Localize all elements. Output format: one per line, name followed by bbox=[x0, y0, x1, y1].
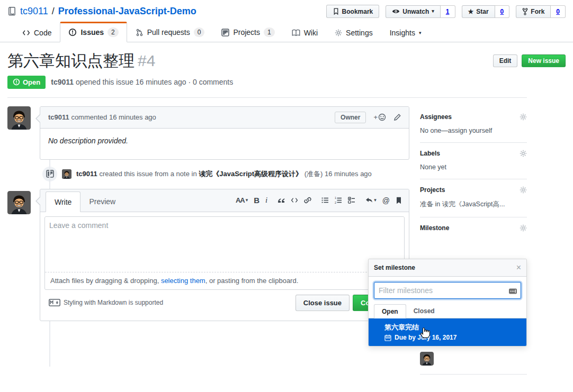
smiley-icon bbox=[378, 113, 386, 121]
star-icon: ★ bbox=[468, 8, 474, 15]
timeline-event: tc9011 created this issue from a note in… bbox=[7, 167, 409, 181]
state-label: Open bbox=[23, 78, 40, 86]
event-description: created this issue from a note in bbox=[99, 170, 196, 178]
edit-pencil-icon[interactable] bbox=[393, 114, 401, 121]
italic-icon: i bbox=[265, 196, 267, 205]
bookmark-button[interactable]: Bookmark bbox=[326, 5, 380, 18]
gear-icon[interactable] bbox=[520, 186, 527, 194]
star-button[interactable]: ★ Star bbox=[462, 5, 495, 18]
avatar[interactable] bbox=[7, 191, 31, 214]
reference-button[interactable] bbox=[396, 197, 402, 204]
issue-title-row: 第六章知识点整理#4 bbox=[7, 52, 155, 70]
tab-code[interactable]: Code bbox=[14, 23, 60, 42]
projects-counter: 1 bbox=[264, 28, 275, 37]
repo-owner-link[interactable]: tc9011 bbox=[20, 6, 48, 17]
saved-replies-button[interactable]: ▾ bbox=[365, 197, 377, 204]
unwatch-button[interactable]: Unwatch ▾ bbox=[386, 5, 441, 18]
mention-button[interactable]: @ bbox=[382, 196, 390, 205]
issue-header: 第六章知识点整理#4 Edit New issue Open tc9011 op… bbox=[0, 42, 573, 89]
milestone-name: 第六章完结 bbox=[384, 323, 521, 332]
watchers-count[interactable]: 1 bbox=[441, 5, 455, 18]
repo-icon bbox=[7, 6, 16, 16]
tab-pull-requests[interactable]: Pull requests 0 bbox=[127, 22, 213, 42]
numbered-list-button[interactable]: 1 2 bbox=[335, 197, 342, 204]
state-badge: Open bbox=[7, 76, 46, 89]
task-list-button[interactable] bbox=[348, 197, 355, 204]
italic-button[interactable]: i bbox=[265, 196, 267, 205]
svg-text:2: 2 bbox=[335, 201, 336, 204]
bookmark-filled-icon bbox=[396, 197, 402, 204]
comment-body: No description provided. bbox=[40, 129, 409, 159]
markdown-hint-text: Styling with Markdown is supported bbox=[64, 299, 163, 306]
bullet-list-button[interactable] bbox=[321, 197, 329, 204]
event-text: tc9011 created this issue from a note in… bbox=[76, 169, 372, 179]
fork-button[interactable]: Fork bbox=[516, 5, 551, 18]
projects-value[interactable]: 准备 in 读完《JavaScript高... bbox=[420, 200, 527, 209]
code-button[interactable] bbox=[291, 197, 298, 203]
popup-filter bbox=[369, 277, 526, 304]
project-icon bbox=[221, 29, 229, 37]
tab-settings[interactable]: Settings bbox=[326, 23, 381, 42]
tab-issues[interactable]: Issues 2 bbox=[60, 22, 127, 42]
forks-count[interactable]: 0 bbox=[551, 5, 566, 18]
event-project-link[interactable]: 读完《JavaScript高级程序设计》 bbox=[199, 170, 302, 178]
tab-write[interactable]: Write bbox=[46, 192, 80, 212]
quote-button[interactable] bbox=[277, 197, 285, 203]
event-author[interactable]: tc9011 bbox=[76, 170, 97, 178]
bold-button[interactable]: B bbox=[254, 196, 259, 205]
fork-label: Fork bbox=[531, 8, 544, 15]
discussion-timeline: tc9011 commented 16 minutes ago Owner + bbox=[7, 106, 409, 375]
markdown-icon bbox=[49, 299, 60, 306]
bullet-list-icon bbox=[321, 197, 329, 204]
tab-closed-milestones[interactable]: Closed bbox=[406, 304, 442, 318]
comment-author[interactable]: tc9011 bbox=[48, 113, 69, 121]
tab-label: Pull requests bbox=[147, 28, 190, 37]
tab-wiki[interactable]: Wiki bbox=[283, 23, 326, 42]
pull-request-icon bbox=[136, 29, 144, 37]
svg-text:1: 1 bbox=[335, 197, 336, 199]
mention-icon: @ bbox=[382, 196, 390, 205]
link-button[interactable] bbox=[304, 197, 311, 204]
comment-meta: commented 16 minutes ago bbox=[71, 113, 156, 121]
close-icon[interactable]: × bbox=[516, 263, 521, 272]
eye-icon bbox=[392, 8, 400, 14]
comment-box: Attach files by dragging & dropping, sel… bbox=[44, 216, 405, 290]
caret-down-icon: ▾ bbox=[432, 9, 434, 14]
labels-title: Labels bbox=[420, 150, 440, 157]
plus-icon: + bbox=[373, 113, 378, 121]
participant-avatar[interactable] bbox=[420, 352, 434, 366]
tab-projects[interactable]: Projects 1 bbox=[213, 22, 283, 42]
book-icon bbox=[292, 29, 300, 37]
add-reaction-button[interactable]: + bbox=[373, 113, 386, 121]
avatar[interactable] bbox=[7, 106, 31, 130]
filter-milestones-input[interactable] bbox=[374, 282, 521, 299]
gear-icon[interactable] bbox=[520, 224, 527, 232]
gear-icon[interactable] bbox=[520, 150, 527, 157]
tab-insights[interactable]: Insights ▾ bbox=[381, 23, 430, 42]
owner-badge: Owner bbox=[335, 112, 366, 123]
stars-count[interactable]: 0 bbox=[495, 5, 510, 18]
attach-text: Attach files by dragging & dropping, bbox=[50, 277, 159, 285]
selecting-them-link[interactable]: selecting them bbox=[161, 277, 205, 285]
tab-preview[interactable]: Preview bbox=[80, 192, 124, 212]
new-issue-button[interactable]: New issue bbox=[522, 54, 566, 67]
assignees-value[interactable]: No one—assign yourself bbox=[420, 127, 527, 134]
opened-by-text: tc9011 opened this issue 16 minutes ago … bbox=[51, 78, 233, 86]
reply-icon bbox=[365, 197, 373, 204]
task-list-icon bbox=[348, 197, 355, 204]
text-size-button[interactable]: AA▾ bbox=[236, 196, 248, 204]
close-issue-button[interactable]: Close issue bbox=[296, 295, 350, 311]
repo-nav: Code Issues 2 Pull requests 0 Projects bbox=[0, 22, 573, 42]
tab-label: Settings bbox=[346, 29, 373, 37]
avatar[interactable] bbox=[62, 169, 71, 179]
gear-icon[interactable] bbox=[520, 113, 527, 121]
caret-down-icon: ▾ bbox=[246, 198, 248, 203]
edit-button[interactable]: Edit bbox=[493, 54, 518, 67]
comment-textarea[interactable] bbox=[45, 217, 404, 272]
tab-open-milestones[interactable]: Open bbox=[374, 304, 406, 318]
repo-header: tc9011 / Professional-JavaScript-Demo Bo… bbox=[0, 0, 573, 21]
milestone-option[interactable]: 第六章完结 Due by July 16, 2017 bbox=[369, 318, 526, 346]
repo-name-link[interactable]: Professional-JavaScript-Demo bbox=[58, 6, 196, 17]
fork-icon bbox=[522, 8, 528, 15]
form-header: Write Preview AA▾ B i bbox=[40, 189, 409, 212]
